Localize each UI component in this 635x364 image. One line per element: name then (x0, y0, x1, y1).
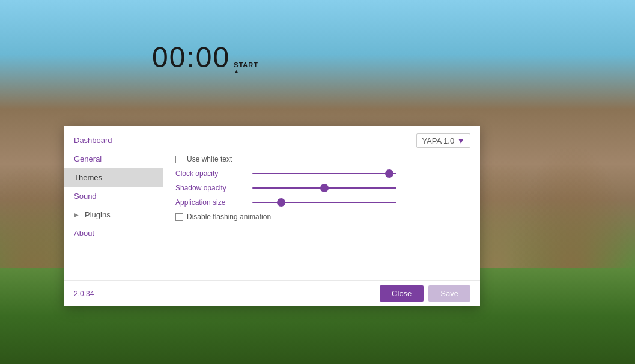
sidebar-label-plugins: Plugins (85, 210, 111, 219)
disable-flashing-checkbox[interactable] (175, 213, 183, 221)
application-size-label: Application size (175, 198, 248, 207)
use-white-text-checkbox[interactable] (175, 156, 183, 163)
shadow-opacity-row: Shadow opacity (175, 184, 468, 192)
settings-content: YAPA 1.0 ▼ Use white text Clock opacity (163, 126, 480, 280)
sidebar-label-themes: Themes (74, 173, 102, 182)
application-size-row: Application size (175, 198, 468, 207)
sidebar-item-dashboard[interactable]: Dashboard (64, 131, 163, 150)
shadow-opacity-thumb[interactable] (320, 184, 329, 192)
sidebar-label-general: General (74, 154, 102, 163)
clock-opacity-slider-container (252, 173, 468, 174)
clock-opacity-thumb[interactable] (385, 169, 393, 178)
application-size-slider-container (252, 202, 468, 203)
sidebar-item-sound[interactable]: Sound (64, 187, 163, 205)
use-white-text-label: Use white text (187, 155, 232, 163)
modal-body: Dashboard General Themes Sound ▶ Plugins… (64, 126, 480, 280)
footer-buttons: Close Save (380, 285, 470, 302)
clock-opacity-row: Clock opacity (175, 169, 468, 178)
application-size-thumb[interactable] (277, 198, 285, 207)
disable-flashing-label: Disable flashing animation (187, 213, 271, 221)
sidebar-item-about[interactable]: About (64, 224, 163, 243)
use-white-text-row: Use white text (175, 155, 468, 163)
sidebar-item-plugins[interactable]: ▶ Plugins (64, 205, 163, 224)
settings-modal: Dashboard General Themes Sound ▶ Plugins… (64, 126, 480, 306)
sidebar-label-sound: Sound (74, 192, 97, 201)
sidebar: Dashboard General Themes Sound ▶ Plugins… (64, 126, 163, 280)
shadow-opacity-track (252, 187, 396, 189)
clock-time: 00:00 (152, 41, 230, 74)
shadow-opacity-slider-container (252, 187, 468, 189)
save-button[interactable]: Save (428, 285, 470, 302)
version-text: 2.0.34 (74, 290, 94, 298)
close-button[interactable]: Close (380, 285, 424, 302)
clock-start-label: START (234, 62, 258, 68)
sidebar-label-about: About (74, 229, 94, 238)
theme-dropdown[interactable]: YAPA 1.0 ▼ (416, 133, 470, 148)
modal-footer: 2.0.34 Close Save (64, 280, 480, 306)
sidebar-label-dashboard: Dashboard (74, 136, 112, 145)
sidebar-item-general[interactable]: General (64, 150, 163, 168)
clock-start-sub: ▲ (234, 68, 239, 74)
plugins-arrow-icon: ▶ (74, 211, 79, 218)
shadow-opacity-label: Shadow opacity (175, 184, 248, 192)
theme-dropdown-value: YAPA 1.0 (422, 136, 454, 145)
clock-display: 00:00 START ▲ (152, 41, 258, 74)
dropdown-arrow-icon: ▼ (457, 136, 465, 145)
clock-opacity-track (252, 173, 396, 174)
disable-flashing-row: Disable flashing animation (175, 213, 468, 221)
sidebar-item-themes[interactable]: Themes (64, 168, 163, 187)
application-size-track (252, 202, 396, 203)
clock-opacity-label: Clock opacity (175, 169, 248, 178)
